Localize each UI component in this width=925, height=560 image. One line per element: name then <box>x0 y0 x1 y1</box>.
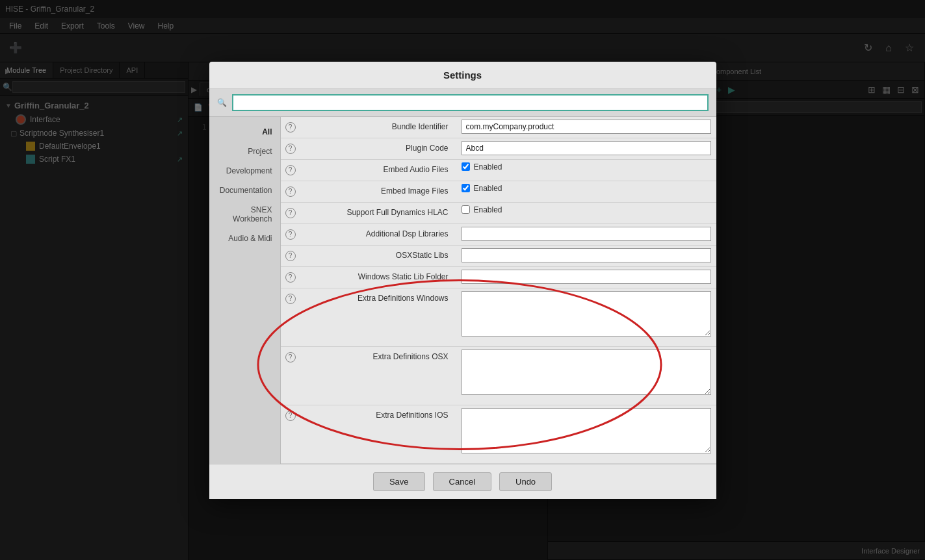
help-hlac[interactable]: ? <box>281 203 300 223</box>
checkbox-embed-audio[interactable] <box>462 162 470 171</box>
value-extra-win <box>456 288 716 339</box>
label-embed-image: Embed Image Files <box>300 181 456 201</box>
help-osx-static[interactable]: ? <box>281 246 300 266</box>
save-button[interactable]: Save <box>373 472 425 491</box>
settings-search-bar: 🔍 <box>209 89 716 117</box>
help-dsp[interactable]: ? <box>281 224 300 245</box>
label-extra-win: Extra Definitions Windows <box>300 288 456 308</box>
checkbox-hlac[interactable] <box>462 205 470 214</box>
help-embed-image[interactable]: ? <box>281 181 300 202</box>
settings-row-osx-static: ? OSXStatic Libs <box>281 246 716 267</box>
value-bundle <box>456 117 716 136</box>
cancel-button[interactable]: Cancel <box>433 472 491 491</box>
value-osx-static <box>456 246 716 265</box>
label-embed-audio: Embed Audio Files <box>300 160 456 179</box>
value-plugin <box>456 138 716 158</box>
settings-content: ? Bundle Identifier ? Plugin Code <box>281 117 716 464</box>
label-osx-static: OSXStatic Libs <box>300 246 456 265</box>
settings-row-plugin: ? Plugin Code <box>281 138 716 160</box>
help-embed-audio[interactable]: ? <box>281 160 300 181</box>
help-bundle[interactable]: ? <box>281 117 300 138</box>
settings-overlay: Settings 🔍 All Project Development Docum… <box>0 0 925 560</box>
value-win-static <box>456 267 716 286</box>
label-hlac: Support Full Dynamics HLAC <box>300 203 456 222</box>
nav-item-snex[interactable]: SNEX Workbench <box>209 200 280 229</box>
nav-item-audio[interactable]: Audio & Midi <box>209 229 280 248</box>
nav-item-documentation[interactable]: Documentation <box>209 181 280 200</box>
settings-row-dsp: ? Additional Dsp Libraries <box>281 224 716 246</box>
checkbox-embed-image[interactable] <box>462 184 470 192</box>
help-extra-ios[interactable]: ? <box>281 405 300 426</box>
enabled-embed-audio: Enabled <box>474 162 502 172</box>
label-dsp: Additional Dsp Libraries <box>300 224 456 244</box>
input-dsp[interactable] <box>462 227 711 241</box>
settings-search-icon: 🔍 <box>217 98 227 107</box>
settings-dialog: Settings 🔍 All Project Development Docum… <box>209 62 716 499</box>
value-hlac: Enabled <box>456 203 716 217</box>
textarea-extra-win[interactable] <box>462 291 711 337</box>
undo-button[interactable]: Undo <box>499 472 552 491</box>
settings-row-extra-osx: ? Extra Definitions OSX <box>281 347 716 405</box>
input-win-static[interactable] <box>462 270 711 284</box>
label-extra-osx: Extra Definitions OSX <box>300 347 456 366</box>
settings-search-input[interactable] <box>232 94 709 111</box>
nav-item-project[interactable]: Project <box>209 142 280 161</box>
input-plugin[interactable] <box>462 141 711 155</box>
label-win-static: Windows Static Lib Folder <box>300 267 456 286</box>
settings-body: All Project Development Documentation SN… <box>209 117 716 464</box>
nav-item-development[interactable]: Development <box>209 161 280 181</box>
enabled-embed-image: Enabled <box>474 184 502 193</box>
help-extra-osx[interactable]: ? <box>281 347 300 368</box>
input-bundle[interactable] <box>462 120 711 134</box>
help-win-static[interactable]: ? <box>281 267 300 288</box>
value-extra-osx <box>456 347 716 398</box>
settings-row-embed-image: ? Embed Image Files Enabled <box>281 181 716 203</box>
settings-row-win-static: ? Windows Static Lib Folder <box>281 267 716 288</box>
settings-title: Settings <box>209 62 716 89</box>
settings-row-bundle: ? Bundle Identifier <box>281 117 716 138</box>
value-dsp <box>456 224 716 244</box>
settings-row-hlac: ? Support Full Dynamics HLAC Enabled <box>281 203 716 224</box>
textarea-extra-osx[interactable] <box>462 350 711 395</box>
value-extra-ios <box>456 405 716 456</box>
help-extra-win[interactable]: ? <box>281 288 300 309</box>
help-plugin[interactable]: ? <box>281 138 300 159</box>
settings-row-embed-audio: ? Embed Audio Files Enabled <box>281 160 716 181</box>
settings-row-extra-win: ? Extra Definitions Windows <box>281 288 716 347</box>
settings-footer: Save Cancel Undo <box>209 464 716 499</box>
value-embed-image: Enabled <box>456 181 716 196</box>
nav-item-all[interactable]: All <box>209 122 280 142</box>
textarea-extra-ios[interactable] <box>462 408 711 453</box>
label-plugin: Plugin Code <box>300 138 456 158</box>
enabled-hlac: Enabled <box>474 205 502 214</box>
settings-nav: All Project Development Documentation SN… <box>209 117 281 464</box>
label-extra-ios: Extra Definitions IOS <box>300 405 456 425</box>
label-bundle: Bundle Identifier <box>300 117 456 136</box>
input-osx-static[interactable] <box>462 248 711 262</box>
settings-row-extra-ios: ? Extra Definitions IOS <box>281 405 716 464</box>
value-embed-audio: Enabled <box>456 160 716 174</box>
